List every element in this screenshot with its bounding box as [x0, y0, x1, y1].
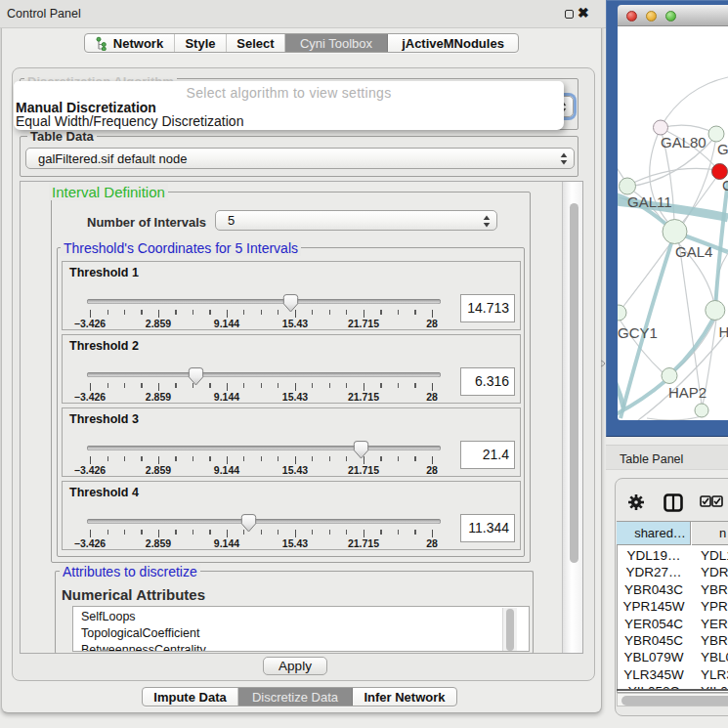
svg-text:H: H	[719, 323, 728, 340]
svg-text:GAL80: GAL80	[661, 134, 707, 150]
svg-text:GCY1: GCY1	[618, 324, 658, 341]
svg-text:GAL4: GAL4	[675, 243, 712, 260]
svg-text:C: C	[722, 177, 728, 193]
svg-text:GAL11: GAL11	[627, 193, 672, 210]
svg-text:GA: GA	[717, 141, 728, 157]
svg-text:HAP2: HAP2	[668, 384, 707, 401]
